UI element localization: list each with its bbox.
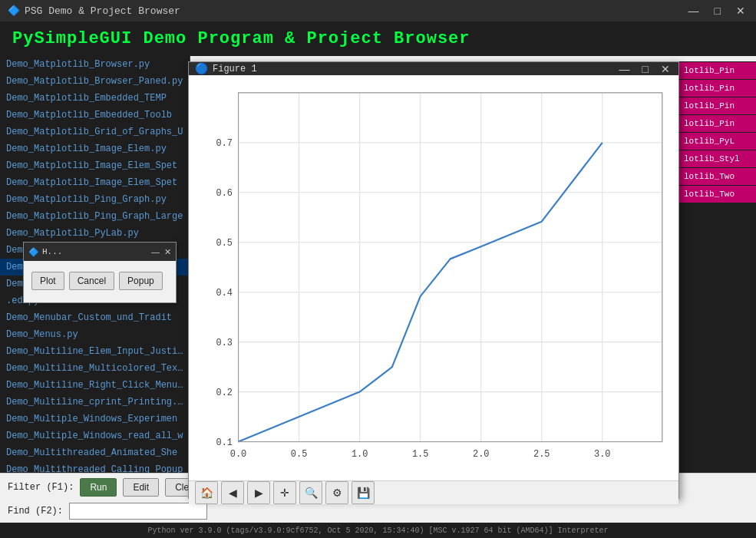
- svg-text:0.0: 0.0: [230, 449, 246, 460]
- window-title: PSG Demo & Project Browser: [25, 5, 180, 17]
- right-panel: lotlib_Pinlotlib_Pinlotlib_Pinlotlib_Pin…: [679, 61, 756, 473]
- app-icon: 🔷: [8, 5, 20, 17]
- title-bar: 🔷 PSG Demo & Project Browser — □ ✕: [0, 0, 756, 21]
- file-item[interactable]: Demo_Multiline_Right_Click_Menu_C: [0, 377, 190, 394]
- find-input[interactable]: [69, 503, 207, 520]
- svg-text:2.5: 2.5: [533, 449, 550, 460]
- mpl-toolbar: 🏠 ◀ ▶ ✛ 🔍 ⚙ 💾: [189, 480, 678, 504]
- file-item[interactable]: Demo_Matplotlib_Browser.py: [0, 56, 190, 73]
- svg-text:0.3: 0.3: [216, 338, 233, 348]
- move-button[interactable]: ✛: [273, 481, 296, 504]
- popup-title-left: 🔷 H...: [28, 247, 62, 257]
- svg-text:0.6: 0.6: [216, 188, 233, 199]
- file-item[interactable]: Demo_Matplotlib_Browser_Paned.py: [0, 73, 190, 90]
- file-item[interactable]: Demo_Multiline_Elem_Input_Justific: [0, 343, 190, 360]
- app-title: PySimpleGUI Demo Program & Project Brows…: [0, 21, 756, 56]
- svg-text:0.4: 0.4: [216, 288, 233, 299]
- file-item[interactable]: Demo_Menubar_Custom_und_Tradit: [0, 309, 190, 326]
- svg-text:0.1: 0.1: [216, 437, 233, 448]
- popup-controls: — ✕: [151, 247, 171, 257]
- file-item[interactable]: Demo_Multiple_Windows_Experimen: [0, 411, 190, 427]
- right-panel-item[interactable]: lotlib_PyL: [679, 133, 756, 150]
- svg-text:2.0: 2.0: [473, 449, 489, 460]
- status-text: Python ver 3.9.0 (tags/v3.9.0:9cf6752, O…: [147, 526, 608, 535]
- file-item[interactable]: Demo_Multithreaded_Animated_She: [0, 444, 190, 461]
- figure-close-button[interactable]: ✕: [659, 63, 672, 75]
- back-button[interactable]: ◀: [221, 481, 244, 504]
- file-item[interactable]: Demo_Matplotlib_PyLab.py: [0, 225, 190, 242]
- svg-rect-0: [239, 93, 662, 442]
- right-panel-item[interactable]: lotlib_Pin: [679, 97, 756, 114]
- forward-button[interactable]: ▶: [247, 481, 270, 504]
- chart-area: 0.1 0.2 0.3 0.4 0.5 0.6 0.7 0.0 0.5 1.0 …: [189, 75, 678, 480]
- svg-text:0.5: 0.5: [216, 238, 233, 249]
- file-item[interactable]: Demo_Matplotlib_Ping_Graph.py: [0, 191, 190, 208]
- figure-window: 🔵 Figure 1 — □ ✕: [188, 61, 679, 499]
- popup-buttons: Plot Cancel Popup: [24, 261, 176, 298]
- popup-minimize-button[interactable]: —: [151, 247, 160, 257]
- zoom-button[interactable]: 🔍: [299, 481, 322, 504]
- popup-action-button[interactable]: Popup: [119, 272, 163, 290]
- popup-close-button[interactable]: ✕: [164, 247, 171, 257]
- figure-title: Figure 1: [213, 64, 257, 74]
- right-panel-item[interactable]: lotlib_Styl: [679, 150, 756, 167]
- file-item[interactable]: Demo_Matplotlib_Ping_Graph_Large: [0, 208, 190, 225]
- file-item[interactable]: Demo_Multiline_Multicolored_Text.p: [0, 360, 190, 377]
- file-item[interactable]: Demo_Matplotlib_Grid_of_Graphs_U: [0, 124, 190, 140]
- svg-text:0.2: 0.2: [216, 388, 233, 398]
- right-panel-item[interactable]: lotlib_Pin: [679, 62, 756, 79]
- right-panel-item[interactable]: lotlib_Pin: [679, 80, 756, 97]
- svg-text:1.5: 1.5: [412, 449, 428, 460]
- chart-svg: 0.1 0.2 0.3 0.4 0.5 0.6 0.7 0.0 0.5 1.0 …: [193, 83, 675, 477]
- maximize-button[interactable]: □: [711, 5, 724, 16]
- svg-text:0.7: 0.7: [216, 138, 233, 149]
- right-panel-item[interactable]: lotlib_Two: [679, 168, 756, 185]
- title-bar-left: 🔷 PSG Demo & Project Browser: [8, 5, 180, 17]
- file-item[interactable]: Demo_Multiline_cprint_Printing.py: [0, 394, 190, 411]
- figure-controls: — □ ✕: [617, 63, 672, 75]
- popup-icon: 🔷: [28, 247, 39, 257]
- config-button[interactable]: ⚙: [325, 481, 348, 504]
- figure-title-left: 🔵 Figure 1: [195, 62, 257, 75]
- title-bar-controls: — □ ✕: [685, 5, 748, 16]
- svg-text:1.0: 1.0: [352, 449, 368, 460]
- file-item[interactable]: Demo_Matplotlib_Embedded_Toolb: [0, 107, 190, 124]
- cancel-button[interactable]: Cancel: [69, 272, 114, 290]
- file-item[interactable]: Demo_Menus.py: [0, 326, 190, 343]
- filter-label: Filter (F1):: [8, 482, 74, 493]
- file-item[interactable]: Demo_Multiple_Windows_read_all_w: [0, 427, 190, 444]
- edit-button[interactable]: Edit: [123, 478, 159, 497]
- figure-minimize-button[interactable]: —: [617, 63, 632, 75]
- file-item[interactable]: Demo_Matplotlib_Image_Elem_Spet: [0, 174, 190, 191]
- figure-maximize-button[interactable]: □: [640, 63, 651, 75]
- svg-text:3.0: 3.0: [594, 449, 610, 460]
- minimize-button[interactable]: —: [685, 5, 702, 16]
- home-button[interactable]: 🏠: [195, 481, 218, 504]
- popup-title-bar: 🔷 H... — ✕: [24, 243, 176, 261]
- run-button[interactable]: Run: [80, 478, 117, 497]
- close-button[interactable]: ✕: [733, 5, 748, 16]
- figure-title-bar: 🔵 Figure 1 — □ ✕: [189, 62, 678, 75]
- small-popup: 🔷 H... — ✕ Plot Cancel Popup: [23, 242, 177, 303]
- file-item[interactable]: Demo_Matplotlib_Image_Elem_Spet: [0, 157, 190, 174]
- figure-icon: 🔵: [195, 62, 208, 75]
- popup-title: H...: [42, 247, 62, 256]
- svg-text:0.5: 0.5: [291, 449, 307, 460]
- file-item[interactable]: Demo_Matplotlib_Embedded_TEMP: [0, 90, 190, 107]
- file-item[interactable]: Demo_Matplotlib_Image_Elem.py: [0, 140, 190, 157]
- plot-button[interactable]: Plot: [31, 272, 64, 290]
- right-panel-item[interactable]: lotlib_Two: [679, 186, 756, 203]
- find-label: Find (F2):: [8, 506, 63, 517]
- save-button[interactable]: 💾: [352, 481, 375, 504]
- status-bar: Python ver 3.9.0 (tags/v3.9.0:9cf6752, O…: [0, 523, 756, 538]
- right-panel-item[interactable]: lotlib_Pin: [679, 115, 756, 132]
